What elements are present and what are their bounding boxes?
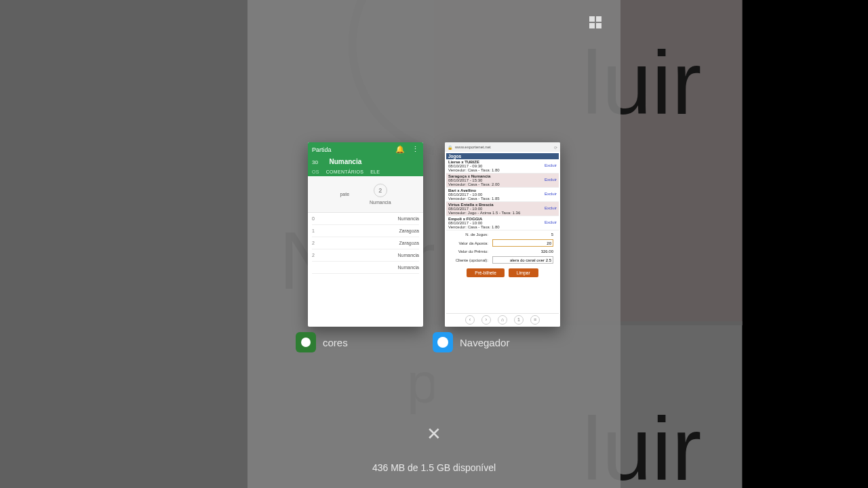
limpar-button: Limpar bbox=[509, 268, 538, 277]
grid-icon[interactable] bbox=[589, 16, 601, 28]
excluir-link: Excluir bbox=[545, 206, 557, 210]
score-circle: 2 bbox=[374, 184, 387, 197]
label-cliente: Cliente (opcional): bbox=[452, 258, 492, 262]
browser-bottom-bar: ‹ › ⌂ 1 ≡ bbox=[446, 313, 559, 325]
excluir-link: Excluir bbox=[545, 192, 557, 196]
home-icon: ⌂ bbox=[498, 315, 507, 325]
recent-app-label: cores bbox=[323, 337, 348, 348]
recent-apps-screen: Partida 🔔 ⋮ 30 Numancia OS COMENTÁRIOS E… bbox=[248, 0, 620, 488]
reload-icon: ⟳ bbox=[554, 145, 557, 150]
tab-os: OS bbox=[312, 169, 319, 174]
recent-app-label: Navegador bbox=[460, 337, 509, 348]
address-bar: 🔒 www.esportenet.net ⟳ bbox=[445, 142, 560, 152]
tab-comments: COMENTÁRIOS bbox=[326, 169, 363, 174]
pre-bilhete-button: Pré-bilhete bbox=[467, 268, 504, 277]
score-right-label: Numancia bbox=[370, 200, 391, 205]
label-valor: Valor da Aposta: bbox=[452, 241, 492, 245]
app-header-title: Partida bbox=[312, 146, 332, 153]
excluir-link: Excluir bbox=[545, 178, 557, 182]
more-icon: ⋮ bbox=[412, 145, 419, 154]
recent-app-card-browser[interactable]: 🔒 www.esportenet.net ⟳ Jogos Lierse x TU… bbox=[445, 142, 560, 327]
match-team: Numancia bbox=[329, 158, 361, 165]
value-njogos: 5 bbox=[492, 232, 553, 237]
excluir-link: Excluir bbox=[545, 220, 557, 224]
app-icon-browser bbox=[433, 332, 453, 352]
excluir-link: Excluir bbox=[545, 163, 557, 167]
label-premio: Valor do Prêmio: bbox=[452, 249, 492, 253]
match-time: 30 bbox=[312, 159, 318, 165]
forward-icon: › bbox=[481, 315, 491, 325]
label-njogos: N. de Jogos: bbox=[452, 232, 492, 237]
lock-icon: 🔒 bbox=[448, 145, 452, 150]
back-icon: ‹ bbox=[465, 315, 475, 325]
score-left-label: pate bbox=[340, 192, 349, 197]
recent-app-card-scores[interactable]: Partida 🔔 ⋮ 30 Numancia OS COMENTÁRIOS E… bbox=[308, 142, 423, 327]
menu-icon: ≡ bbox=[530, 315, 540, 325]
value-premio: 326.00 bbox=[492, 249, 553, 253]
memory-status: 436 MB de 1.5 GB disponível bbox=[248, 462, 620, 473]
input-valor bbox=[492, 239, 553, 247]
input-cliente bbox=[492, 256, 553, 264]
tab-ele: ELE bbox=[370, 169, 380, 174]
close-all-button[interactable]: ✕ bbox=[427, 424, 441, 445]
app-icon-scores bbox=[296, 332, 316, 352]
jogos-header: Jogos bbox=[446, 153, 559, 159]
bell-icon: 🔔 bbox=[395, 145, 405, 154]
tabs-count: 1 bbox=[514, 315, 524, 325]
url-text: www.esportenet.net bbox=[455, 145, 491, 149]
